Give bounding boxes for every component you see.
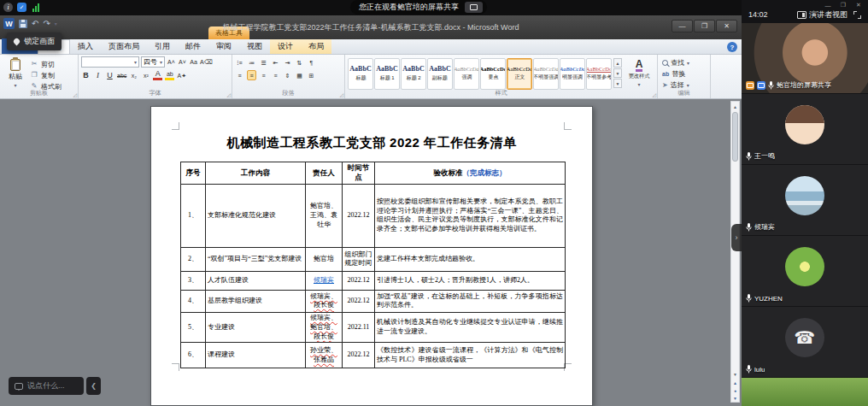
browse-object-icon[interactable]: ● bbox=[731, 386, 739, 394]
align-left-icon[interactable]: ≡ bbox=[235, 70, 244, 80]
styles-gallery: AaBbC标题AaBbC标题 1AaBbC标题 2AaBbC副标题AaBbCcD… bbox=[348, 58, 612, 90]
change-styles-button[interactable]: A 更改样式 ▾ bbox=[624, 56, 654, 90]
style-card-明显强调[interactable]: AaBbCcDc明显强调 bbox=[560, 58, 585, 90]
style-card-标题 2[interactable]: AaBbC标题 2 bbox=[401, 58, 426, 90]
decrease-indent-icon[interactable]: ⇤ bbox=[271, 57, 280, 68]
minimize-button[interactable]: — bbox=[821, 1, 835, 9]
style-card-要点[interactable]: AaBbCcDc要点 bbox=[480, 58, 506, 90]
chat-input[interactable]: 说点什么... bbox=[9, 377, 84, 395]
superscript-icon[interactable]: x² bbox=[141, 70, 150, 80]
italic-icon[interactable]: I bbox=[93, 70, 103, 80]
word-logo-icon[interactable]: W bbox=[3, 18, 15, 29]
word-close-button[interactable]: ✕ bbox=[716, 20, 737, 32]
style-label: 明显强调 bbox=[562, 74, 583, 81]
gallery-up-icon[interactable]: ▲ bbox=[613, 58, 622, 68]
style-card-副标题[interactable]: AaBbC副标题 bbox=[427, 58, 453, 90]
chat-collapse-button[interactable]: ❮ bbox=[86, 377, 101, 395]
participant-tile[interactable] bbox=[742, 378, 868, 406]
highlight-icon[interactable]: ab bbox=[165, 71, 174, 80]
vertical-scrollbar[interactable]: ▲ ▼ ▲ ● ▼ bbox=[730, 101, 740, 403]
help-icon[interactable]: ? bbox=[727, 42, 737, 52]
bold-icon[interactable]: B bbox=[81, 70, 91, 80]
clipboard-small-buttons: ✂剪切 ❐复制 ✎格式刷 bbox=[30, 60, 62, 90]
view-mode-button[interactable]: 演讲者视图 bbox=[797, 9, 847, 21]
gallery-more-icon[interactable]: ▼ bbox=[613, 79, 622, 88]
redo-icon[interactable]: ↷ bbox=[43, 20, 50, 28]
tab-页面布局[interactable]: 页面布局 bbox=[101, 39, 147, 54]
encryption-shield-icon[interactable]: ✓ bbox=[17, 3, 26, 12]
previous-page-icon[interactable]: ▲ bbox=[731, 379, 739, 386]
strikethrough-icon[interactable]: abc bbox=[117, 70, 126, 80]
style-card-标题[interactable]: AaBbC标题 bbox=[348, 58, 373, 90]
shrink-font-icon[interactable]: A˅ bbox=[178, 57, 187, 68]
sort-icon[interactable]: ⇅ bbox=[295, 57, 304, 68]
style-card-正文[interactable]: AaBbCcDd正文 bbox=[507, 58, 532, 90]
grow-font-icon[interactable]: A˄ bbox=[167, 57, 176, 68]
font-name-combo[interactable]: ▾ bbox=[81, 56, 139, 68]
participant-tile-鲍官培的屏幕共享[interactable]: 鲍官培的屏幕共享 bbox=[742, 23, 868, 93]
scroll-down-icon[interactable]: ▼ bbox=[731, 370, 739, 378]
meeting-info-icon[interactable]: i bbox=[3, 3, 13, 12]
document-page[interactable]: 机械制造工程系教工党支部 2022 年工作任务清单 序号工作内容责任人时间节点验… bbox=[150, 106, 593, 406]
participant-tile-YUZHEN[interactable]: YUZHEN bbox=[742, 236, 868, 306]
clipboard-dialog-launcher[interactable]: ◿ bbox=[73, 92, 77, 97]
line-spacing-icon[interactable]: ⇕ bbox=[283, 70, 292, 80]
scroll-up-icon[interactable]: ▲ bbox=[731, 103, 739, 110]
paste-button[interactable]: 粘贴 ▾ bbox=[3, 56, 28, 90]
numbering-icon[interactable]: ≔ bbox=[247, 57, 256, 68]
bullets-icon[interactable]: ⁝≡ bbox=[235, 57, 244, 68]
multilevel-list-icon[interactable]: ☰ bbox=[259, 57, 268, 68]
text-effects-icon[interactable]: A✦ bbox=[177, 70, 186, 80]
tab-插入[interactable]: 插入 bbox=[70, 39, 101, 54]
word-restore-button[interactable]: ❐ bbox=[694, 20, 715, 32]
tab-引用[interactable]: 引用 bbox=[147, 39, 178, 54]
cut-button[interactable]: ✂剪切 bbox=[30, 60, 62, 68]
borders-icon[interactable]: ⊞ bbox=[307, 70, 316, 80]
word-minimize-button[interactable]: — bbox=[672, 20, 693, 32]
sidebar-collapse-handle[interactable]: › bbox=[731, 224, 742, 251]
replace-button[interactable]: ab替换 bbox=[662, 69, 708, 78]
style-card-标题 1[interactable]: AaBbC标题 1 bbox=[374, 58, 400, 90]
tab-审阅[interactable]: 审阅 bbox=[208, 39, 239, 54]
shading-icon[interactable]: ▦ bbox=[295, 70, 304, 80]
font-size-combo[interactable]: 四号▾ bbox=[141, 56, 165, 68]
underline-icon[interactable]: U bbox=[105, 70, 114, 80]
save-icon[interactable] bbox=[19, 20, 27, 28]
font-color-icon[interactable]: A bbox=[153, 71, 162, 80]
undo-icon[interactable]: ↶ bbox=[32, 20, 38, 28]
style-card-不明显参考[interactable]: AaBbCcDo不明显参考 bbox=[586, 58, 612, 90]
justify-icon[interactable]: ≡ bbox=[271, 70, 280, 80]
owner-name: 鲍官培、王鸿、袁牡华 bbox=[310, 202, 337, 228]
participant-tile-王一鸣[interactable]: 王一鸣 bbox=[742, 94, 868, 164]
align-center-icon[interactable]: ≡ bbox=[247, 70, 256, 80]
change-case-icon[interactable]: Aa bbox=[189, 57, 198, 68]
copy-button[interactable]: ❐复制 bbox=[30, 71, 62, 79]
lock-view-button[interactable]: 锁定画面 bbox=[7, 32, 62, 50]
style-card-不明显强调[interactable]: AaBbCcDd不明显强调 bbox=[533, 58, 559, 90]
font-dialog-launcher[interactable]: ◿ bbox=[226, 92, 231, 97]
qat-dropdown-icon[interactable]: ▾ bbox=[55, 21, 57, 26]
next-page-icon[interactable]: ▼ bbox=[731, 394, 739, 402]
style-card-强调[interactable]: AaBbCcDd强调 bbox=[454, 58, 479, 90]
increase-indent-icon[interactable]: ⇥ bbox=[283, 57, 292, 68]
banner-action-button[interactable] bbox=[465, 2, 483, 13]
select-button[interactable]: ➤选择▾ bbox=[662, 80, 708, 89]
participant-tile-候瑞宾[interactable]: 候瑞宾 bbox=[742, 165, 868, 235]
tab-布局[interactable]: 布局 bbox=[301, 39, 331, 54]
fullscreen-icon[interactable] bbox=[853, 11, 861, 19]
close-button[interactable]: ✕ bbox=[852, 1, 865, 9]
tab-视图[interactable]: 视图 bbox=[239, 39, 270, 54]
maximize-button[interactable]: ❐ bbox=[836, 1, 850, 9]
styles-dialog-launcher[interactable]: ◿ bbox=[652, 92, 656, 97]
clear-formatting-icon[interactable]: A⌫ bbox=[200, 57, 213, 68]
tab-邮件[interactable]: 邮件 bbox=[178, 39, 208, 54]
find-button[interactable]: 查找▾ bbox=[662, 58, 708, 67]
scrollbar-thumb[interactable] bbox=[732, 112, 738, 162]
tab-设计[interactable]: 设计 bbox=[270, 39, 301, 54]
gallery-down-icon[interactable]: ▼ bbox=[613, 68, 622, 78]
subscript-icon[interactable]: x₂ bbox=[129, 70, 138, 80]
participant-tile-lulu[interactable]: ☎lulu bbox=[742, 307, 868, 377]
align-right-icon[interactable]: ≡ bbox=[259, 70, 268, 80]
paragraph-dialog-launcher[interactable]: ◿ bbox=[339, 92, 343, 97]
show-marks-icon[interactable]: ¶ bbox=[307, 57, 316, 68]
